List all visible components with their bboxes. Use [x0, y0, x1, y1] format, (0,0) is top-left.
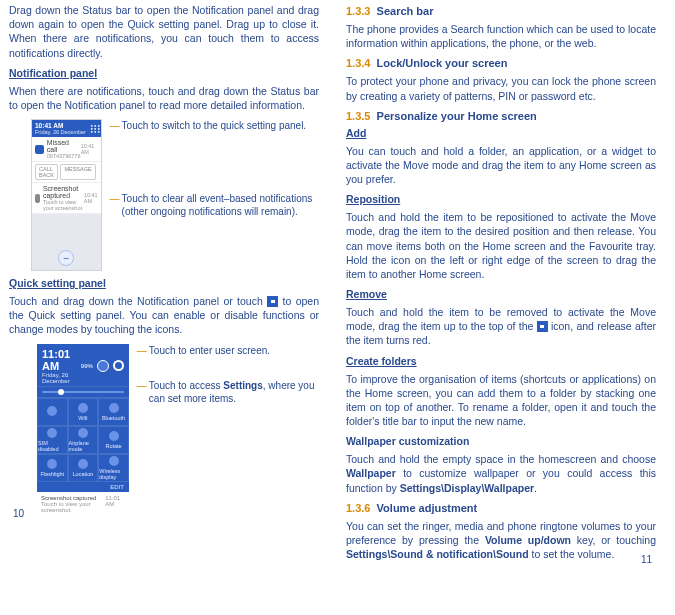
qs-battery: 99%: [81, 363, 93, 369]
arrow-icon: —: [137, 381, 147, 391]
qs-tile[interactable]: Location: [68, 454, 99, 482]
call-back-button[interactable]: CALL BACK: [35, 164, 58, 180]
tile-icon: [78, 403, 88, 413]
mock-missed-title: Missed call: [47, 139, 81, 153]
mock-quick-settings: 11:01 AM Friday, 26 December 99% Wifi Bl…: [37, 344, 129, 516]
heading-1-3-6: 1.3.6 Volume adjustment: [346, 502, 656, 514]
page-number-right: 11: [641, 554, 652, 565]
mock-shot-time: 10:41 AM: [84, 192, 98, 204]
quick-panel-toggle-icon[interactable]: ●●●●●●●●●: [91, 124, 98, 133]
clear-notifications-button[interactable]: −: [58, 250, 74, 266]
intro-paragraph: Drag down the Status bar to open the Not…: [9, 3, 319, 60]
mock-missed-num: 09743796776: [47, 153, 81, 159]
mock-shot-sub: Touch to view your screenshot.: [43, 199, 84, 211]
tile-icon: [109, 431, 119, 441]
tile-icon: [47, 406, 57, 416]
figure-quick-settings: 11:01 AM Friday, 26 December 99% Wifi Bl…: [37, 344, 319, 516]
subhead-add: Add: [346, 127, 656, 139]
mock-date: Friday, 26 December: [35, 129, 86, 135]
heading-notification-panel: Notification panel: [9, 67, 319, 79]
figure-notification-panel: 10:41 AM Friday, 26 December ●●●●●●●●● M…: [31, 119, 319, 271]
tile-icon: [109, 403, 119, 413]
para-wallpaper: Touch and hold the empty space in the ho…: [346, 452, 656, 495]
remove-icon: [537, 321, 548, 332]
quick-panel-icon: [267, 296, 278, 307]
arrow-icon: —: [137, 346, 147, 356]
mock-action-row: CALL BACK MESSAGE: [32, 162, 101, 183]
mock-notification-panel: 10:41 AM Friday, 26 December ●●●●●●●●● M…: [31, 119, 102, 271]
para-remove: Touch and hold the item to be removed to…: [346, 305, 656, 348]
subhead-wallpaper: Wallpaper customization: [346, 435, 656, 447]
qs-tile[interactable]: SIM disabled: [37, 426, 68, 454]
user-icon[interactable]: [97, 360, 109, 372]
para-add: You can touch and hold a folder, an appl…: [346, 144, 656, 187]
mock-missed-call-row[interactable]: Missed call 09743796776 10:41 AM: [32, 137, 101, 162]
brightness-slider[interactable]: [37, 386, 129, 398]
settings-icon[interactable]: [113, 360, 124, 371]
annot-quick-panel: Touch to switch to the quick setting pan…: [122, 119, 307, 132]
left-page: Drag down the Status bar to open the Not…: [3, 0, 325, 522]
para-reposition: Touch and hold the item to be reposition…: [346, 210, 656, 281]
annot-clear: Touch to clear all event–based notificat…: [122, 192, 319, 218]
mock-screenshot-row[interactable]: Screenshot captured Touch to view your s…: [32, 183, 101, 214]
tile-icon: [109, 456, 119, 466]
subhead-remove: Remove: [346, 288, 656, 300]
para-volume: You can set the ringer, media and phone …: [346, 519, 656, 562]
heading-1-3-3: 1.3.3 Search bar: [346, 5, 656, 17]
annotation-column-2: — Touch to enter user screen. — Touch to…: [137, 344, 319, 427]
qs-time: 11:01 AM: [42, 348, 81, 372]
qs-tile[interactable]: Rotate: [98, 426, 129, 454]
para-1-3-4: To protect your phone and privacy, you c…: [346, 74, 656, 102]
subhead-create-folders: Create folders: [346, 355, 656, 367]
qs-shot-time: 11:01 AM: [105, 495, 125, 513]
mock-status-bar: 10:41 AM Friday, 26 December ●●●●●●●●●: [32, 120, 101, 137]
mock-missed-time: 10:41 AM: [81, 143, 98, 155]
arrow-icon: —: [110, 121, 120, 131]
qs-date: Friday, 26 December: [42, 372, 81, 384]
quick-paragraph: Touch and drag down the Notification pan…: [9, 294, 319, 337]
qs-tile[interactable]: Airplane mode: [68, 426, 99, 454]
qs-edit-link[interactable]: EDIT: [37, 482, 129, 492]
arrow-icon: —: [110, 194, 120, 204]
para-1-3-3: The phone provides a Search function whi…: [346, 22, 656, 50]
qs-tile[interactable]: Bluetooth: [98, 398, 129, 426]
qs-tile[interactable]: Wifi: [68, 398, 99, 426]
heading-1-3-5: 1.3.5 Personalize your Home screen: [346, 110, 656, 122]
qs-shot-sub: Touch to view your screenshot.: [41, 501, 91, 513]
annotation-column: — Touch to switch to the quick setting p…: [110, 119, 319, 240]
tile-icon: [47, 428, 57, 438]
tile-icon: [78, 459, 88, 469]
heading-quick-setting-panel: Quick setting panel: [9, 277, 319, 289]
qs-top-row: 11:01 AM Friday, 26 December 99%: [37, 344, 129, 386]
mock-time: 10:41 AM: [35, 122, 86, 129]
qs-screenshot-row[interactable]: Screenshot captured Touch to view your s…: [37, 492, 129, 516]
notification-paragraph: When there are notifications, touch and …: [9, 84, 319, 112]
tile-icon: [78, 428, 88, 438]
annot-settings: Touch to access Settings, where you can …: [149, 379, 319, 405]
message-button[interactable]: MESSAGE: [60, 164, 95, 180]
para-create-folders: To improve the organisation of items (sh…: [346, 372, 656, 429]
mock-shot-title: Screenshot captured: [43, 185, 84, 199]
missed-call-icon: [35, 145, 44, 154]
subhead-reposition: Reposition: [346, 193, 656, 205]
page-number-left: 10: [13, 508, 24, 519]
tile-icon: [47, 459, 57, 469]
qs-tile[interactable]: Wireless display: [98, 454, 129, 482]
screenshot-icon: [35, 194, 40, 203]
qs-tiles: Wifi Bluetooth SIM disabled Airplane mod…: [37, 398, 129, 482]
heading-1-3-4: 1.3.4 Lock/Unlock your screen: [346, 57, 656, 69]
right-page: 1.3.3 Search bar The phone provides a Se…: [340, 0, 662, 568]
annot-user: Touch to enter user screen.: [149, 344, 270, 357]
qs-tile[interactable]: Flashlight: [37, 454, 68, 482]
qs-tile[interactable]: [37, 398, 68, 426]
